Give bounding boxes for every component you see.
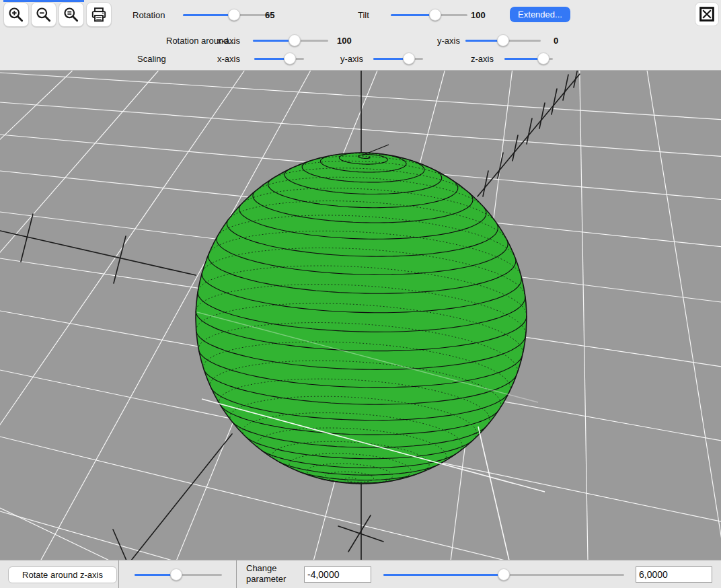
zoom-in-button[interactable] bbox=[3, 2, 29, 27]
animation-speed-thumb[interactable] bbox=[170, 568, 182, 581]
zoom-actual-icon bbox=[63, 6, 80, 24]
scaling-y-thumb[interactable] bbox=[403, 52, 415, 65]
scaling-y-slider[interactable] bbox=[373, 52, 423, 65]
scaling-x-label: x-axis bbox=[217, 54, 240, 64]
scaling-x-slider[interactable] bbox=[254, 52, 304, 65]
app-window: Rotation 65 Tilt 100 Extended... Rotatio… bbox=[0, 0, 721, 588]
viewport-3d[interactable] bbox=[0, 71, 721, 560]
rotation-around-x-value: 100 bbox=[337, 36, 352, 46]
parameter-slider-thumb[interactable] bbox=[498, 568, 510, 581]
rotation-around-y-slider[interactable] bbox=[465, 34, 541, 46]
rotation-label: Rotation bbox=[132, 10, 165, 20]
rotation-slider[interactable] bbox=[183, 9, 271, 21]
parameter-slider[interactable] bbox=[383, 568, 624, 581]
scaling-z-slider[interactable] bbox=[504, 52, 553, 65]
change-parameter-label: Change parameter bbox=[246, 563, 308, 585]
top-toolbar: Rotation 65 Tilt 100 Extended... Rotatio… bbox=[0, 0, 721, 71]
print-button[interactable] bbox=[86, 2, 112, 27]
scaling-z-label: z-axis bbox=[471, 54, 494, 64]
separator bbox=[236, 560, 237, 588]
rotation-around-y-thumb[interactable] bbox=[497, 34, 509, 46]
parameter-start-input[interactable] bbox=[304, 566, 371, 583]
rotation-around-x-thumb[interactable] bbox=[289, 34, 301, 46]
rotation-around-x-slider[interactable] bbox=[253, 34, 328, 46]
separator bbox=[118, 560, 119, 588]
tilt-slider-thumb[interactable] bbox=[429, 9, 441, 21]
rotate-around-z-button[interactable]: Rotate around z-axis bbox=[8, 566, 117, 583]
close-button[interactable] bbox=[695, 2, 719, 26]
rotation-around-y-label: y-axis bbox=[437, 36, 460, 46]
scaling-y-label: y-axis bbox=[340, 54, 363, 64]
zoom-in-icon bbox=[7, 6, 25, 24]
close-icon bbox=[697, 5, 716, 24]
print-icon bbox=[90, 6, 108, 24]
rotation-value: 65 bbox=[265, 10, 274, 20]
zoom-out-button[interactable] bbox=[31, 2, 56, 27]
tilt-slider[interactable] bbox=[391, 9, 467, 21]
rotation-slider-thumb[interactable] bbox=[228, 9, 240, 21]
scaling-label: Scaling bbox=[137, 54, 166, 64]
scaling-x-thumb[interactable] bbox=[284, 52, 296, 65]
parameter-end-input[interactable] bbox=[636, 566, 712, 583]
zoom-actual-button[interactable] bbox=[59, 2, 84, 27]
zoom-out-icon bbox=[35, 6, 52, 24]
scaling-z-thumb[interactable] bbox=[537, 52, 549, 65]
tilt-label: Tilt bbox=[358, 10, 369, 20]
tilt-value: 100 bbox=[471, 10, 486, 20]
bottom-toolbar: Rotate around z-axis Change parameter bbox=[0, 560, 721, 588]
animation-speed-slider[interactable] bbox=[135, 568, 222, 581]
extended-button[interactable]: Extended... bbox=[510, 7, 570, 22]
rotation-around-y-value: 0 bbox=[554, 36, 558, 46]
rotation-around-x-label: x-axis bbox=[217, 36, 240, 46]
